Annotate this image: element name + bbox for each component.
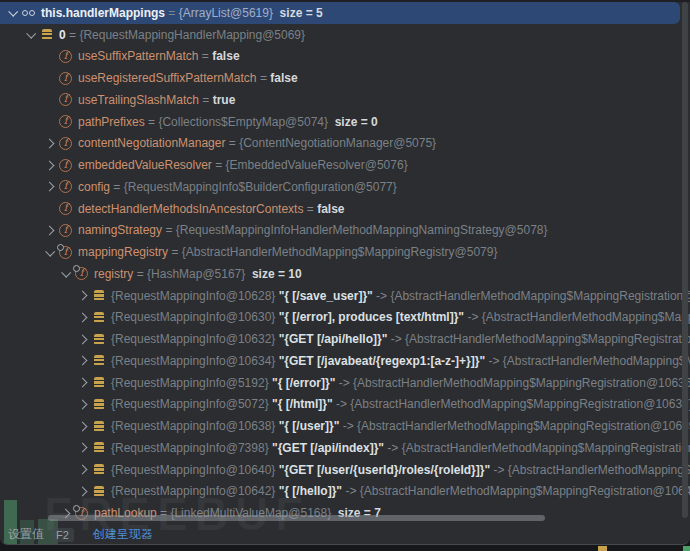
chevron-right-icon[interactable] (41, 176, 58, 198)
tree-row[interactable]: registry = {HashMap@5167} size = 10 (0, 263, 690, 285)
create-renderer-link[interactable]: 创建呈现器 (93, 526, 153, 543)
row-text: "{ [/error]}" (272, 376, 335, 390)
chevron-right-icon[interactable] (41, 133, 58, 155)
chevron-right-icon[interactable] (74, 328, 91, 350)
chevron-spacer (41, 46, 58, 68)
tree-row[interactable]: mappingRegistry = {AbstractHandlerMethod… (0, 241, 690, 263)
chevron-right-icon[interactable] (74, 394, 91, 416)
chevron-right-icon[interactable] (41, 220, 58, 242)
chevron-spacer (41, 198, 58, 220)
field-icon (59, 159, 72, 172)
tree-row[interactable]: pathPrefixes = {Collections$EmptyMap@507… (0, 111, 690, 133)
tree-row[interactable]: useSuffixPatternMatch = false (0, 46, 690, 68)
row-text: {RequestMappingInfo@10638} (111, 419, 279, 433)
row-text: {AbstractHandlerMethodMapping$MappingReg… (357, 419, 690, 433)
debugger-hint-bar: 设置值 F2 创建呈现器 (0, 524, 690, 545)
row-text: {RequestMappingInfo@10630} (111, 310, 279, 324)
row-text: -> (342, 484, 360, 498)
tree-row[interactable]: embeddedValueResolver = {EmbeddedValueRe… (0, 154, 690, 176)
row-text: "{GET [/api/index]}" (272, 441, 384, 455)
debugger-variables-panel: this.handlerMappings = {ArrayList@5619} … (0, 0, 690, 545)
row-text: {AbstractHandlerMethodMapping$MappingReg… (405, 332, 690, 346)
tree-row[interactable]: {RequestMappingInfo@5192} "{ [/error]}" … (0, 372, 690, 394)
row-text: {RequestMappingInfo@10634} (111, 354, 279, 368)
row-text: "{ [/error], produces [text/html]}" (279, 310, 464, 324)
row-text: -> (387, 332, 405, 346)
row-text: mappingRegistry (78, 245, 168, 259)
taskbar-fragment-gold (598, 546, 607, 551)
vertical-scrollbar-thumb[interactable] (682, 2, 688, 518)
array-element-icon (92, 441, 105, 454)
row-text: true (213, 93, 236, 107)
row-text: {AbstractHandlerMethodMapping$MappingReg… (390, 289, 690, 303)
row-text: pathPrefixes (78, 115, 145, 129)
tree-row[interactable]: 0 = {RequestMappingHandlerMapping@5069} (0, 24, 690, 46)
row-text: {RequestMappingInfo@10628} (111, 289, 279, 303)
tree-row[interactable]: {RequestMappingInfo@10642} "{ [/hello]}"… (0, 481, 690, 503)
chevron-right-icon[interactable] (74, 285, 91, 307)
row-text: = (133, 267, 147, 281)
row-text: false (212, 49, 239, 63)
tree-row[interactable]: config = {RequestMappingInfo$BuilderConf… (0, 176, 690, 198)
row-text: -> (490, 463, 508, 477)
tree-row[interactable]: {RequestMappingInfo@10640} "{GET [/user/… (0, 459, 690, 481)
tree-row[interactable]: {RequestMappingInfo@5072} "{ [/html]}" -… (0, 394, 690, 416)
chevron-right-icon[interactable] (74, 415, 91, 437)
tree-row[interactable]: {RequestMappingInfo@10632} "{GET [/api/h… (0, 328, 690, 350)
chevron-right-icon[interactable] (74, 459, 91, 481)
array-element-icon (40, 28, 53, 41)
array-element-icon (92, 420, 105, 433)
taskbar-fragment-green (683, 546, 690, 551)
chevron-right-icon[interactable] (74, 307, 91, 329)
chevron-spacer (41, 89, 58, 111)
row-text: {RequestMappingInfoHandlerMethodMappingN… (176, 223, 548, 237)
chevron-down-icon[interactable] (57, 263, 74, 285)
row-text: {AbstractHandlerMethodMapping$MappingReg… (402, 441, 690, 455)
row-text: = (110, 180, 124, 194)
row-text: {AbstractHandlerMethodMapping$MappingReg… (353, 376, 690, 390)
tree-row[interactable]: {RequestMappingInfo@10638} "{ [/user]}" … (0, 415, 690, 437)
row-text: {HashMap@5167} (147, 267, 245, 281)
row-text: {RequestMappingInfo@7398} (111, 441, 272, 455)
row-text: useTrailingSlashMatch (78, 93, 199, 107)
chevron-right-icon[interactable] (41, 154, 58, 176)
row-text: = (257, 71, 271, 85)
chevron-down-icon[interactable] (22, 24, 39, 46)
tree-row[interactable]: useRegisteredSuffixPatternMatch = false (0, 67, 690, 89)
row-text: {RequestMappingHandlerMapping@5069} (79, 28, 305, 42)
field-icon (59, 137, 72, 150)
row-text: = (162, 223, 176, 237)
chevron-right-icon[interactable] (74, 350, 91, 372)
chevron-right-icon[interactable] (74, 481, 91, 503)
array-element-icon (92, 398, 105, 411)
tree-row[interactable]: useTrailingSlashMatch = true (0, 89, 690, 111)
tree-row[interactable]: {RequestMappingInfo@10634} "{GET [/javab… (0, 350, 690, 372)
row-text: {ContentNegotiationManager@5075} (239, 136, 436, 150)
chevron-down-icon[interactable] (41, 241, 58, 263)
field-icon (59, 93, 72, 106)
chevron-right-icon[interactable] (74, 437, 91, 459)
row-text: "{GET [/api/hello]}" (279, 332, 388, 346)
tree-row-selected[interactable]: this.handlerMappings = {ArrayList@5619} … (0, 2, 680, 24)
tree-row[interactable]: detectHandlerMethodsInAncestorContexts =… (0, 198, 690, 220)
row-text: false (270, 71, 297, 85)
watch-glasses-icon (22, 6, 35, 19)
field-icon (59, 202, 72, 215)
chevron-spacer (41, 67, 58, 89)
tree-row[interactable]: {RequestMappingInfo@10630} "{ [/error], … (0, 307, 690, 329)
set-value-hint[interactable]: 设置值 (8, 526, 44, 543)
tree-row[interactable]: contentNegotiationManager = {ContentNego… (0, 133, 690, 155)
tree-row[interactable]: {RequestMappingInfo@10628} "{ [/save_use… (0, 285, 690, 307)
row-text: -> (373, 289, 391, 303)
tree-row[interactable]: {RequestMappingInfo@7398} "{GET [/api/in… (0, 437, 690, 459)
row-text: {EmbeddedValueResolver@5076} (226, 158, 408, 172)
chevron-down-icon[interactable] (4, 2, 21, 24)
row-text: -> (464, 310, 482, 324)
chevron-right-icon[interactable] (74, 372, 91, 394)
horizontal-scrollbar-thumb[interactable] (48, 515, 545, 521)
row-text: contentNegotiationManager (78, 136, 225, 150)
tree-row[interactable]: namingStrategy = {RequestMappingInfoHand… (0, 220, 690, 242)
row-text: registry (94, 267, 133, 281)
row-text: false (317, 202, 344, 216)
array-element-icon (92, 289, 105, 302)
